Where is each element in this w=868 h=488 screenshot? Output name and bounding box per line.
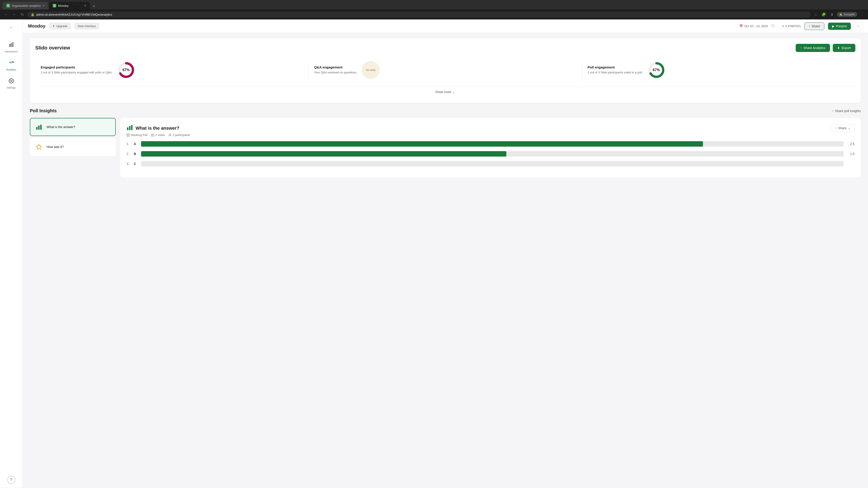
svg-rect-20 xyxy=(151,134,154,136)
poll-share-label: Share xyxy=(838,126,846,130)
present-button[interactable]: ▶ Present xyxy=(828,23,851,30)
poll-detail-title-row: What is the answer? xyxy=(127,124,190,132)
no-data-label: No data xyxy=(366,68,375,72)
bar-item-2: 2. B 1.5 xyxy=(127,151,855,157)
settings-label: Settings xyxy=(7,86,16,89)
chevron-down-icon: ⌄ xyxy=(453,90,455,94)
svg-rect-13 xyxy=(127,127,128,130)
sidebar-item-interactions[interactable]: Interactions xyxy=(2,39,20,56)
bookmark-icon[interactable]: ☆ xyxy=(812,11,819,18)
share-poll-insights-button[interactable]: ↑ Share poll insights xyxy=(832,109,861,113)
tab-org-icon: S xyxy=(6,4,10,7)
bar-label-1: A xyxy=(134,142,138,146)
forward-nav-button[interactable]: → xyxy=(11,11,17,18)
incognito-label: Incognito xyxy=(844,13,855,16)
sidebar-item-settings[interactable]: Settings xyxy=(2,75,20,92)
bar-fill-2 xyxy=(141,151,506,157)
address-text: admin.sli.do/event/t4KbXZJUCAgYVHf8EV3dQ… xyxy=(36,13,112,16)
svg-rect-9 xyxy=(36,127,37,130)
sidebar-item-analytics[interactable]: Analytics xyxy=(2,57,20,74)
bar-item-3: 3. C xyxy=(127,161,855,166)
poll-detail-header: What is the answer? Ranking Poll xyxy=(127,124,855,137)
tab-moodoy[interactable]: S Moodoy × xyxy=(49,2,90,9)
poll-detail-icon xyxy=(127,124,133,132)
svg-rect-2 xyxy=(12,42,13,46)
tab-org-label: Organization analytics xyxy=(12,4,41,7)
bar-value-2: 1.5 xyxy=(846,152,855,156)
stat-qa-desc: Your Q&A received no questions. xyxy=(314,70,357,74)
upgrade-label: Upgrade xyxy=(56,24,68,28)
back-button[interactable]: ← xyxy=(7,23,16,32)
upgrade-icon: ✦ xyxy=(53,24,55,28)
menu-icon[interactable]: ⋮ xyxy=(859,11,865,18)
poll-insights-header: Poll Insights ↑ Share poll insights xyxy=(30,108,861,113)
bar-value-1: 2.5 xyxy=(846,142,855,146)
show-more-label: Show more xyxy=(435,90,452,94)
interactions-icon xyxy=(8,42,14,49)
back-nav-button[interactable]: ← xyxy=(3,11,9,18)
more-options-button[interactable]: ··· xyxy=(855,22,863,30)
downloads-icon[interactable]: ⬇ xyxy=(829,11,835,18)
bar-track-2 xyxy=(141,151,844,157)
tab-moodoy-label: Moodoy xyxy=(58,4,68,7)
stat-engaged-value: 67% xyxy=(123,68,130,72)
tab-moodoy-close[interactable]: × xyxy=(84,4,86,8)
stat-poll-desc: 2 out of 3 Slido participants voted in a… xyxy=(587,70,643,74)
extensions-icon[interactable]: 🧩 xyxy=(820,11,827,18)
new-tab-button[interactable]: + xyxy=(91,3,97,9)
svg-rect-1 xyxy=(11,43,12,46)
share-button[interactable]: ↑ Share xyxy=(804,22,824,30)
show-more-button[interactable]: Show more ⌄ xyxy=(35,86,855,97)
interactions-label: Interactions xyxy=(5,50,18,53)
card-actions: ↑ Share Analytics ⬇ Export xyxy=(796,44,855,52)
calendar-icon: 📅 xyxy=(739,24,743,28)
poll-list-item-2[interactable]: How was it? xyxy=(30,138,116,156)
tab-moodoy-icon: S xyxy=(53,4,56,7)
new-interface-label: New interface xyxy=(78,24,96,28)
upgrade-button[interactable]: ✦ Upgrade xyxy=(49,23,71,29)
stat-poll: Poll engagement 2 out of 3 Slido partici… xyxy=(582,57,855,83)
share-poll-label: Share poll insights xyxy=(835,109,861,113)
ranking-poll-icon-1 xyxy=(35,123,43,131)
lock-icon: 🔒 xyxy=(31,13,34,16)
reload-button[interactable]: ↻ xyxy=(19,11,25,18)
settings-icon xyxy=(8,78,14,85)
poll-list-item-1[interactable]: What is the answer? xyxy=(30,118,116,136)
overview-title: Slido overview xyxy=(35,45,70,51)
present-label: Present xyxy=(836,24,847,28)
event-id-value: # 37867021 xyxy=(785,24,801,28)
share-label: Share xyxy=(811,24,820,28)
svg-rect-10 xyxy=(38,126,39,130)
bar-chart: 1. A 2.5 2. B xyxy=(127,141,855,166)
share-analytics-button[interactable]: ↑ Share Analytics xyxy=(796,44,830,52)
analytics-label: Analytics xyxy=(6,68,16,71)
new-interface-button[interactable]: New interface xyxy=(74,23,99,29)
poll-share-dropdown[interactable]: ↑ Share ⌄ xyxy=(831,124,855,132)
poll-share-icon: ↑ xyxy=(835,126,837,130)
bar-track-3 xyxy=(141,161,844,166)
stat-engaged: Engaged participants 2 out of 3 Slido pa… xyxy=(35,57,309,83)
poll-type-label: Ranking Poll xyxy=(131,133,147,137)
address-bar[interactable]: 🔒 admin.sli.do/event/t4KbXZJUCAgYVHf8EV3… xyxy=(27,11,811,18)
poll-type: Ranking Poll xyxy=(127,133,147,137)
export-button[interactable]: ⬇ Export xyxy=(833,44,855,52)
stat-qa: Q&A engagement Your Q&A received no ques… xyxy=(309,57,582,83)
share-analytics-label: Share Analytics xyxy=(804,46,826,50)
event-date: 📅 Oct 10 – 13, 2024 xyxy=(739,24,768,28)
stat-engaged-title: Engaged participants xyxy=(41,65,113,69)
help-button[interactable]: ? xyxy=(7,476,16,484)
date-label: Oct 10 – 13, 2024 xyxy=(744,24,768,28)
tab-org-close[interactable]: × xyxy=(42,4,44,8)
incognito-badge: 🕵 Incognito xyxy=(837,12,857,17)
bar-item-1: 1. A 2.5 xyxy=(127,141,855,147)
overview-card: Slido overview ↑ Share Analytics ⬇ Expor… xyxy=(30,38,861,103)
share-poll-icon: ↑ xyxy=(832,109,834,113)
poll-detail-meta: Ranking Poll 2 votes 2 par xyxy=(127,133,190,137)
poll-insights-title: Poll Insights xyxy=(30,108,57,113)
poll-list-label-1: What is the answer? xyxy=(46,125,75,129)
analytics-icon xyxy=(8,60,14,67)
tab-org[interactable]: S Organization analytics × xyxy=(3,2,48,9)
browser-chrome: S Organization analytics × S Moodoy × + … xyxy=(0,0,868,20)
stat-engaged-desc: 2 out of 3 Slido participants engaged wi… xyxy=(41,70,113,74)
security-icon: 🛡 xyxy=(771,24,775,28)
